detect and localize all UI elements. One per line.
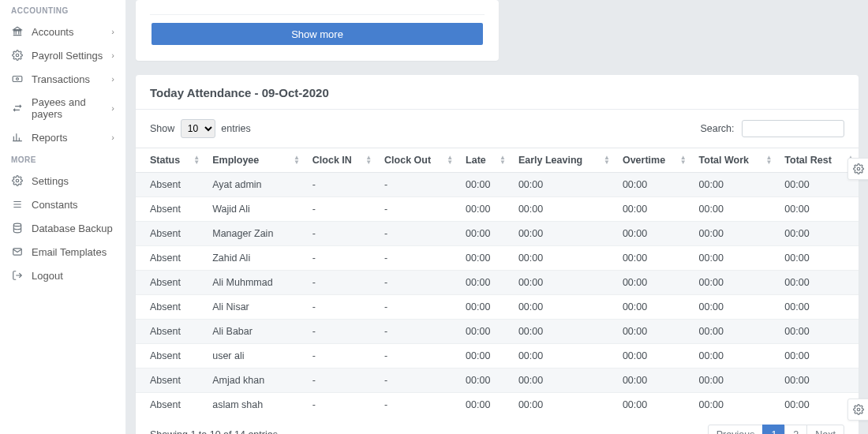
sidebar-item-settings[interactable]: Settings — [0, 169, 125, 193]
table-cell: - — [376, 369, 458, 393]
pagination-page[interactable]: 1 — [762, 425, 785, 434]
sidebar-item-email-templates[interactable]: Email Templates — [0, 240, 125, 264]
column-label: Total Work — [699, 155, 749, 166]
table-cell: - — [376, 344, 458, 369]
sidebar-item-payroll-settings[interactable]: Payroll Settings› — [0, 43, 125, 67]
table-cell: 00:00 — [458, 295, 511, 320]
settings-gear-button-1[interactable] — [847, 158, 868, 180]
sidebar-item-constants[interactable]: Constants — [0, 193, 125, 216]
sidebar-item-payees-and-payers[interactable]: Payees and payers› — [0, 91, 125, 125]
chevron-right-icon: › — [111, 51, 114, 60]
sidebar-item-database-backup[interactable]: Database Backup — [0, 216, 125, 240]
table-cell: 00:00 — [776, 173, 859, 197]
sidebar-item-label: Database Backup — [32, 223, 113, 234]
table-cell: Absent — [136, 222, 204, 246]
database-icon — [11, 222, 24, 234]
table-cell: - — [376, 271, 458, 295]
table-cell: 00:00 — [511, 173, 615, 197]
sidebar-item-transactions[interactable]: Transactions› — [0, 67, 125, 91]
attendance-title: Today Attendance - 09-Oct-2020 — [136, 86, 859, 110]
logout-icon — [11, 269, 24, 282]
sidebar-item-label: Email Templates — [32, 246, 107, 258]
sidebar-section-more: MORE — [0, 154, 125, 169]
table-row: AbsentZahid Ali--00:0000:0000:0000:0000:… — [136, 246, 859, 271]
sort-icon: ▲▼ — [193, 155, 200, 165]
table-cell: 00:00 — [615, 344, 691, 369]
table-cell: - — [305, 246, 376, 271]
main-content: Show more Today Attendance - 09-Oct-2020… — [126, 0, 868, 434]
search-input[interactable] — [742, 120, 844, 137]
sidebar-item-label: Logout — [32, 270, 63, 282]
table-cell: - — [305, 295, 376, 320]
table-cell: Ali Nisar — [204, 295, 305, 320]
column-header[interactable]: Early Leaving▲▼ — [511, 148, 615, 173]
table-row: AbsentManager Zain--00:0000:0000:0000:00… — [136, 222, 859, 246]
sidebar-item-reports[interactable]: Reports› — [0, 125, 125, 149]
column-header[interactable]: Clock IN▲▼ — [305, 148, 376, 173]
sidebar-section-accounting: ACCOUNTING — [0, 5, 125, 20]
sidebar-item-accounts[interactable]: Accounts› — [0, 20, 125, 43]
column-label: Late — [466, 155, 486, 166]
pagination-prev[interactable]: Previous — [708, 425, 764, 434]
table-cell: - — [376, 246, 458, 271]
list-icon — [11, 198, 24, 211]
table-cell: 00:00 — [511, 197, 615, 222]
sort-icon: ▲▼ — [499, 155, 506, 165]
table-footer: Showing 1 to 10 of 14 entries Previous12… — [136, 417, 859, 434]
table-cell: 00:00 — [691, 320, 777, 344]
table-cell: 00:00 — [615, 197, 691, 222]
table-cell: - — [305, 369, 376, 393]
column-label: Status — [150, 155, 180, 166]
entries-select[interactable]: 10 — [181, 119, 215, 138]
bank-icon — [11, 25, 24, 38]
column-label: Early Leaving — [518, 155, 582, 166]
table-cell: 00:00 — [458, 344, 511, 369]
table-cell: Absent — [136, 271, 204, 295]
svg-rect-1 — [13, 77, 22, 82]
svg-point-3 — [16, 179, 19, 182]
table-cell: 00:00 — [776, 295, 859, 320]
column-header[interactable]: Status▲▼ — [136, 148, 204, 173]
table-cell: Ali Babar — [204, 320, 305, 344]
column-header[interactable]: Total Rest▲▼ — [776, 148, 859, 173]
table-row: AbsentAyat admin--00:0000:0000:0000:0000… — [136, 173, 859, 197]
table-cell: - — [305, 222, 376, 246]
table-cell: Absent — [136, 173, 204, 197]
table-cell: 00:00 — [776, 320, 859, 344]
table-cell: 00:00 — [458, 246, 511, 271]
column-header[interactable]: Clock Out▲▼ — [376, 148, 458, 173]
svg-point-6 — [857, 167, 860, 170]
table-cell: 00:00 — [458, 320, 511, 344]
table-cell: - — [376, 393, 458, 417]
sidebar-item-label: Reports — [32, 132, 68, 144]
settings-gear-button-2[interactable] — [847, 398, 868, 421]
table-cell: 00:00 — [458, 271, 511, 295]
sidebar-item-label: Accounts — [32, 26, 73, 38]
table-cell: 00:00 — [691, 393, 777, 417]
table-row: AbsentAli Babar--00:0000:0000:0000:0000:… — [136, 320, 859, 344]
chevron-right-icon: › — [111, 103, 114, 113]
column-header[interactable]: Late▲▼ — [458, 148, 511, 173]
table-row: AbsentWajid Ali--00:0000:0000:0000:0000:… — [136, 197, 859, 222]
table-cell: 00:00 — [511, 393, 615, 417]
table-cell: 00:00 — [458, 197, 511, 222]
column-header[interactable]: Employee▲▼ — [204, 148, 305, 173]
chevron-right-icon: › — [111, 133, 114, 142]
sidebar-item-logout[interactable]: Logout — [0, 264, 125, 287]
table-cell: 00:00 — [458, 222, 511, 246]
column-header[interactable]: Total Work▲▼ — [691, 148, 777, 173]
table-cell: 00:00 — [511, 344, 615, 369]
table-cell: 00:00 — [615, 369, 691, 393]
column-header[interactable]: Overtime▲▼ — [615, 148, 691, 173]
sidebar-item-label: Transactions — [32, 73, 90, 85]
sidebar-item-label: Payroll Settings — [32, 50, 103, 62]
pagination-next[interactable]: Next — [806, 425, 844, 434]
table-cell: - — [305, 197, 376, 222]
table-cell: 00:00 — [458, 173, 511, 197]
table-cell: 00:00 — [776, 369, 859, 393]
pagination-page[interactable]: 2 — [784, 425, 807, 434]
sort-icon: ▲▼ — [447, 155, 453, 165]
show-more-button[interactable]: Show more — [152, 23, 483, 45]
table-cell: 00:00 — [511, 320, 615, 344]
table-cell: 00:00 — [511, 271, 615, 295]
